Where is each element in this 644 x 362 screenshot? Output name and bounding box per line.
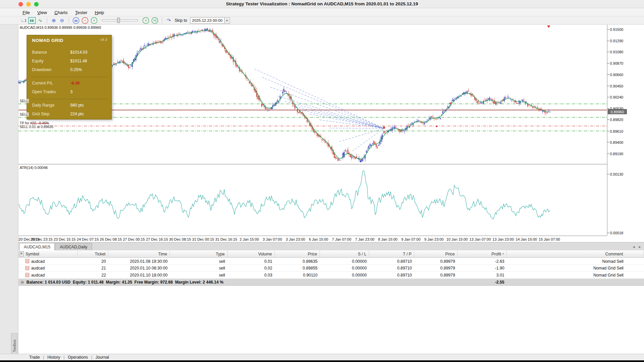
time-axis-label: 3 Jan 07:00 xyxy=(263,237,282,241)
total-profit-value: -2.55 xyxy=(458,280,507,284)
cell: 0.00000 xyxy=(320,259,369,263)
column-header-volume[interactable]: Volume xyxy=(227,250,275,257)
bottom-tab-trade[interactable]: Trade xyxy=(26,355,43,359)
price-axis-label: 0.89400 xyxy=(610,140,623,144)
dropdown-arrow-icon[interactable]: ▾ xyxy=(224,17,229,23)
bottom-tab-journal[interactable]: Journal xyxy=(92,355,112,359)
menu-view[interactable]: View xyxy=(34,10,51,15)
pause-toggle-button[interactable]: ▮▮ xyxy=(28,17,36,24)
close-panel-button[interactable]: ✕ xyxy=(19,251,24,256)
time-axis-label: 6 Jan 15:00 xyxy=(309,237,328,241)
table-row[interactable]: audcad212020.01.10 08:30:00sell0.020.898… xyxy=(18,265,644,272)
chart-shape xyxy=(329,128,384,128)
column-header-sl[interactable]: S / L xyxy=(320,250,369,257)
atr-min-label: 0.00018 xyxy=(610,231,623,235)
tab-scroll-left-icon[interactable]: ◂ xyxy=(633,245,635,249)
ohlc-readout: AUDCAD,M15 0.89936 0.89995 0.89936 0.899… xyxy=(20,25,101,29)
chart-tabs-bar: AUDCAD,M15AUDCAD,Daily◂▸ xyxy=(18,242,644,250)
panel-label: Current P/L xyxy=(32,81,53,85)
time-axis[interactable]: 20 Dec 201920 Dec 23:1523 Dec 15:1524 De… xyxy=(18,236,607,242)
nomad-grid-stats: Balance$1014.03Equity$1011.48Drawdown0.2… xyxy=(27,45,111,119)
bottom-tab-history[interactable]: History xyxy=(44,355,63,359)
column-header-ticket[interactable]: Ticket xyxy=(77,250,108,257)
column-header-price[interactable]: Price xyxy=(275,250,320,257)
cell: 2020.01.10 08:30:00 xyxy=(108,266,170,270)
time-axis-label: 14 Jan 15:00 xyxy=(516,237,537,241)
cell: 2020.01.08 19:30:00 xyxy=(108,259,170,263)
atr-indicator-label: ATR(14) 0.00046 xyxy=(20,166,48,170)
time-axis-label: 24 Dec 07:15 xyxy=(77,237,99,241)
column-header-price[interactable]: Price xyxy=(415,250,458,257)
symbol-cell: audcad xyxy=(24,273,77,277)
cell: sell xyxy=(170,259,227,263)
panel-row: Grid Step224 pts xyxy=(32,112,107,117)
tab-scroll-right-icon[interactable]: ▸ xyxy=(639,245,641,249)
column-header-time[interactable]: Time xyxy=(108,250,170,257)
current-price-badge: 0.89960 xyxy=(608,109,627,114)
menu-help[interactable]: Help xyxy=(91,10,108,15)
trade-list-panel: ✕ SymbolTicketTimeTypeVolumePriceS / LT … xyxy=(18,250,644,354)
panel-row: Daily Range560 pts xyxy=(32,103,107,109)
column-header-tp[interactable]: T / P xyxy=(369,250,415,257)
time-axis-label: 7 Jan 23:00 xyxy=(355,237,375,241)
date-value: 2025.12.23 00:00 xyxy=(191,18,222,22)
column-header-symbol[interactable]: Symbol xyxy=(24,250,77,257)
toolbox-strip: Toolbox xyxy=(0,24,18,360)
nomad-grid-panel: NOMAD GRID v9.3 Balance$1014.03Equity$10… xyxy=(27,35,112,119)
skip-date-select[interactable]: 2025.12.23 00:00▾ xyxy=(190,17,230,24)
separator xyxy=(31,99,107,99)
tick-step-icon[interactable]: ∟1 xyxy=(20,17,28,24)
stop-button[interactable]: ▪ xyxy=(82,17,89,24)
time-axis-label: 13 Jan 23:00 xyxy=(492,237,514,241)
trade-table-body: audcad202020.01.08 19:30:00sell0.010.896… xyxy=(18,258,644,279)
menu-tester[interactable]: Tester xyxy=(71,10,91,15)
speed-slider-thumb[interactable] xyxy=(117,18,120,23)
pause-circle-button[interactable]: ▮▮ xyxy=(73,17,79,24)
panel-label: Drawdown xyxy=(32,67,52,72)
column-header-type[interactable]: Type xyxy=(170,250,227,257)
chart-shape xyxy=(285,101,384,128)
price-axis-label: 0.90870 xyxy=(610,61,623,65)
price-axis-label: 0.89820 xyxy=(610,118,623,122)
column-header-profit[interactable]: Profit▿ xyxy=(458,250,507,257)
time-axis-label: 13 Jan 07:00 xyxy=(470,237,491,241)
column-header-comment[interactable]: Comment xyxy=(507,250,644,257)
bottom-tab-operations[interactable]: Operations xyxy=(64,355,91,359)
price-axis-label: 0.90450 xyxy=(610,84,623,88)
cell: 0.89710 xyxy=(369,273,415,277)
zoom-out-button[interactable]: ⊖ xyxy=(58,17,66,24)
table-row[interactable]: audcad222020.01.10 18:00:00sell0.030.901… xyxy=(18,272,644,279)
menu-charts[interactable]: Charts xyxy=(51,10,71,15)
chart-tab-audcad-daily[interactable]: AUDCAD,Daily xyxy=(55,243,92,250)
toolbar-separator xyxy=(68,17,69,23)
speed-slider[interactable] xyxy=(102,19,138,21)
panel-value: 224 pts xyxy=(70,112,84,116)
cell: 21 xyxy=(77,266,108,270)
cell: 0.89979 xyxy=(415,266,458,270)
price-axis-label: 0.90240 xyxy=(610,95,623,99)
titlebar: Strategy Tester Visualization : NomadGri… xyxy=(0,0,644,8)
cell: 0.89710 xyxy=(369,259,415,263)
price-axis-label: 0.91500 xyxy=(610,27,623,32)
table-row[interactable]: audcad202020.01.08 19:30:00sell0.010.896… xyxy=(18,258,644,265)
toolbar-separator xyxy=(162,17,162,23)
time-axis-label: 7 Jan 07:00 xyxy=(332,237,352,241)
chart-mode-icon[interactable]: ∿ xyxy=(37,17,44,24)
zoom-in-button[interactable]: ⊕ xyxy=(50,17,57,24)
skip-to-icon[interactable]: ↷ xyxy=(165,17,172,24)
time-axis-label: 20 Dec 23:15 xyxy=(31,237,53,241)
price-axis[interactable]: 0.915000.912900.910800.908700.906600.904… xyxy=(607,24,644,235)
chart-shape xyxy=(255,69,384,129)
menu-file[interactable]: File xyxy=(19,10,34,15)
chart-shape xyxy=(278,96,384,129)
rewind-button[interactable]: « xyxy=(91,17,98,24)
fast-forward-button[interactable]: » xyxy=(143,17,149,24)
collapse-icon[interactable]: ⊖ xyxy=(20,280,24,284)
cell: 0.89979 xyxy=(415,273,458,277)
chart-tab-audcad-m15[interactable]: AUDCAD,M15 xyxy=(19,243,55,250)
skip-to-end-button[interactable]: »| xyxy=(152,17,158,24)
cell: 0.00000 xyxy=(320,273,369,277)
panel-value: 3 xyxy=(70,89,72,94)
price-axis-label: 0.89190 xyxy=(610,152,623,156)
nomad-grid-header: NOMAD GRID v9.3 xyxy=(27,35,111,43)
